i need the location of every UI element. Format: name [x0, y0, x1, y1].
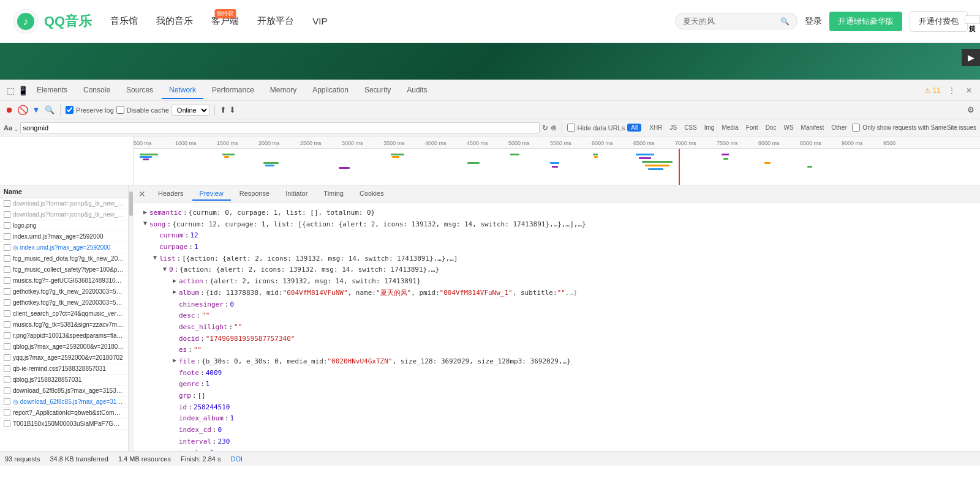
- json-line-album[interactable]: ▶ album : {id: 11378838, mid: "004VfM814…: [138, 288, 975, 299]
- upload-icon[interactable]: ⬆: [220, 105, 227, 114]
- devtools-close-icon[interactable]: ✕: [963, 84, 975, 97]
- regex-button[interactable]: .: [15, 123, 17, 133]
- disable-cache-checkbox[interactable]: [116, 106, 124, 114]
- json-line-list[interactable]: ▼ list : [{action: {alert: 2, icons: 139…: [138, 253, 975, 265]
- json-line-file[interactable]: ▶ file : {b_30s: 0, e_30s: 0, media_mid:…: [138, 356, 975, 368]
- login-button[interactable]: 登录: [805, 16, 822, 27]
- json-line-0[interactable]: ▼ 0 : {action: {alert: 2, icons: 139132,…: [138, 264, 975, 276]
- paid-package-button[interactable]: 开通付费包: [910, 11, 968, 32]
- json-toggle-song[interactable]: ▼: [141, 219, 149, 228]
- json-toggle-album[interactable]: ▶: [170, 288, 179, 296]
- header-search-input[interactable]: [683, 17, 780, 26]
- detail-tab-headers[interactable]: Headers: [151, 187, 191, 201]
- list-item[interactable]: ◎ index.umd.js?max_age=2592000: [0, 242, 128, 253]
- filter-doc[interactable]: Doc: [763, 124, 780, 132]
- aa-button[interactable]: Aa: [4, 124, 12, 132]
- devtools-inspect-icon[interactable]: ⬚: [5, 85, 16, 96]
- green-diamond-button[interactable]: 开通绿钻豪华版: [829, 12, 902, 31]
- devtools-device-icon[interactable]: 📱: [17, 85, 28, 96]
- list-item[interactable]: musics.fcg?=-getUCGI636812489310328&g_tk…: [0, 275, 128, 286]
- json-line-docid[interactable]: docid : "17496981959587757340": [138, 333, 975, 345]
- json-line-song[interactable]: ▼ song : {curnum: 12, curpage: 1, list: …: [138, 219, 975, 231]
- header-search-icon[interactable]: 🔍: [780, 17, 790, 26]
- tab-application[interactable]: Application: [305, 82, 356, 99]
- json-line-curpage[interactable]: curpage : 1: [138, 242, 975, 253]
- detail-tab-preview[interactable]: Preview: [192, 187, 231, 201]
- json-toggle-action[interactable]: ▶: [170, 276, 179, 285]
- json-toggle-file[interactable]: ▶: [170, 356, 179, 365]
- list-item[interactable]: qb-ie-remind.css?1588328857031: [0, 363, 128, 374]
- preserve-log-label[interactable]: Preserve log: [66, 106, 114, 114]
- json-line-grp[interactable]: grp : []: [138, 390, 975, 402]
- tab-security[interactable]: Security: [357, 82, 398, 99]
- tab-audits[interactable]: Audits: [399, 82, 434, 99]
- list-item[interactable]: yqq.js?max_age=2592000&v=20180702: [0, 352, 128, 363]
- list-item[interactable]: download.js?format=jsonp&g_tk_new_202003…: [0, 198, 128, 209]
- list-scrollbar-thumb[interactable]: [129, 192, 133, 216]
- filter-xhr[interactable]: XHR: [646, 124, 665, 132]
- tab-performance[interactable]: Performance: [205, 82, 262, 99]
- filter-text-input[interactable]: [20, 122, 540, 133]
- samesite-label[interactable]: Only show requests with SameSite issues: [852, 124, 976, 132]
- nav-vip[interactable]: VIP: [312, 16, 327, 26]
- nav-my-music[interactable]: 我的音乐: [156, 15, 193, 27]
- hide-data-urls-checkbox[interactable]: [567, 124, 575, 132]
- filter-type-all[interactable]: All: [627, 124, 641, 132]
- list-item[interactable]: fcg_music_collect_safety?type=100&projec…: [0, 264, 128, 275]
- mini-video-button[interactable]: ▶: [962, 49, 980, 66]
- detail-tab-response[interactable]: Response: [232, 187, 277, 201]
- nav-client[interactable]: 客户端 独特权: [211, 15, 239, 27]
- json-toggle-semantic[interactable]: ▶: [141, 207, 149, 216]
- json-line-interval[interactable]: interval : 230: [138, 436, 975, 448]
- preserve-log-checkbox[interactable]: [66, 106, 74, 114]
- json-line-index-cd[interactable]: index_cd : 0: [138, 425, 975, 436]
- clear-icon[interactable]: 🚫: [17, 105, 28, 116]
- list-item[interactable]: gethotkey.fcg?g_tk_new_20200303=5381&g_t…: [0, 286, 128, 297]
- filter-js[interactable]: JS: [666, 124, 680, 132]
- disable-cache-label[interactable]: Disable cache: [116, 106, 169, 114]
- detail-tab-timing[interactable]: Timing: [316, 187, 351, 201]
- detail-tab-cookies[interactable]: Cookies: [352, 187, 391, 201]
- settings-icon[interactable]: ⚙: [965, 105, 976, 116]
- list-item[interactable]: qblog.js?1588328857031: [0, 374, 128, 385]
- hide-data-urls-label[interactable]: Hide data URLs: [567, 124, 625, 132]
- json-line-index-album[interactable]: index_album : 1: [138, 413, 975, 425]
- json-line-genre[interactable]: genre : 1: [138, 379, 975, 390]
- devtools-menu-icon[interactable]: ⋮: [946, 84, 958, 97]
- list-item[interactable]: T001B150x150M00003uSiaMPaF7Gm.jpg?max_ag…: [0, 419, 128, 430]
- filter-css[interactable]: CSS: [681, 124, 700, 132]
- list-item[interactable]: index.umd.js?max_age=2592000: [0, 231, 128, 242]
- samesite-checkbox[interactable]: [852, 124, 860, 132]
- filter-font[interactable]: Font: [743, 124, 761, 132]
- nav-open-platform[interactable]: 开放平台: [257, 15, 294, 27]
- tab-memory[interactable]: Memory: [263, 82, 304, 99]
- filter-clear-icon[interactable]: ⊗: [551, 124, 557, 132]
- json-line-desc-hilight[interactable]: desc_hilight : "": [138, 322, 975, 333]
- list-item[interactable]: download.js?format=jsonp&g_tk_new_202003…: [0, 209, 128, 220]
- list-item[interactable]: report?_ApplicationId=qbweb&stComm={%22s…: [0, 408, 128, 419]
- json-line-id[interactable]: id : 258244510: [138, 402, 975, 414]
- search-icon[interactable]: 🔍: [44, 105, 55, 116]
- list-item[interactable]: logo.png: [0, 220, 128, 231]
- record-stop-icon[interactable]: ⏺: [4, 105, 15, 116]
- filter-ws[interactable]: WS: [780, 124, 796, 132]
- json-line-chinesinger[interactable]: chinesinger : 0: [138, 299, 975, 311]
- filter-img[interactable]: Img: [701, 124, 718, 132]
- throttle-select[interactable]: Online: [172, 105, 209, 116]
- aa-label[interactable]: Aa: [4, 124, 12, 132]
- json-toggle-list[interactable]: ▼: [151, 253, 159, 262]
- filter-icon[interactable]: ▼: [31, 105, 42, 116]
- nav-music-hall[interactable]: 音乐馆: [110, 15, 138, 27]
- filter-other[interactable]: Other: [828, 124, 850, 132]
- list-item[interactable]: musics.fcg?g_tk=5381&sign=zzacv7m2lkulw1…: [0, 319, 128, 330]
- tab-sources[interactable]: Sources: [119, 82, 160, 99]
- tab-elements[interactable]: Elements: [29, 82, 75, 99]
- download-icon[interactable]: ⬇: [229, 105, 236, 114]
- list-item[interactable]: fcg_music_red_dota.fcg?g_tk_new_20200303…: [0, 253, 128, 264]
- json-line-es[interactable]: es : "": [138, 344, 975, 356]
- header-search-box[interactable]: 🔍: [675, 13, 797, 29]
- detail-tab-initiator[interactable]: Initiator: [278, 187, 315, 201]
- list-item[interactable]: ◎ download_62f8c85.js?max_age=31536000: [0, 397, 128, 408]
- json-line-fnote[interactable]: fnote : 4009: [138, 368, 975, 379]
- list-item[interactable]: qblog.js?max_age=2592000&v=20180702: [0, 341, 128, 352]
